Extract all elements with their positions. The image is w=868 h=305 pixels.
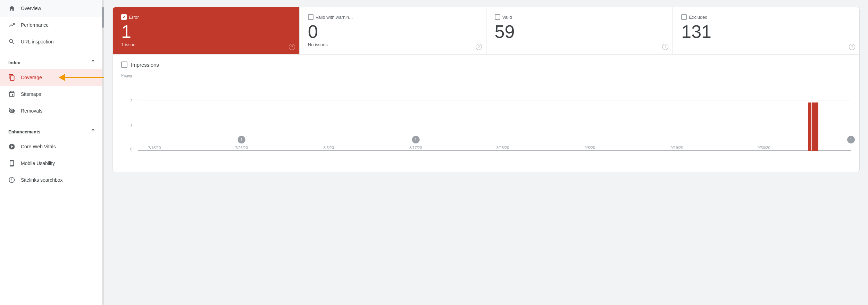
error-card-subtext: 1 issue — [121, 42, 291, 47]
error-help-icon[interactable]: ? — [289, 44, 295, 50]
data-dot-726: 1 — [238, 136, 245, 143]
excluded-checkbox[interactable] — [681, 14, 687, 20]
excluded-card-header: Excluded — [681, 14, 851, 20]
search-icon — [8, 38, 15, 45]
sidebar-item-sitelinks-searchbox[interactable]: Sitelinks searchbox — [0, 172, 104, 188]
sidebar-label-core-web-vitals: Core Web Vitals — [21, 144, 56, 149]
sidebar-divider-2 — [0, 122, 104, 122]
arrow-head — [59, 74, 65, 81]
chevron-up-icon: ⌃ — [90, 59, 95, 66]
main-content: ✓ Error 1 1 issue ? Valid with warnin...… — [104, 0, 868, 305]
sidebar-label-removals: Removals — [21, 108, 42, 114]
error-card-label: Error — [129, 15, 139, 20]
home-icon — [8, 5, 15, 12]
scrollbar-thumb[interactable] — [102, 7, 104, 28]
excluded-checkbox-wrapper: Excluded — [681, 14, 707, 20]
error-card-header: ✓ Error — [121, 14, 291, 20]
x-label-828: 8/28/20 — [496, 146, 509, 150]
index-section-label: Index — [8, 60, 20, 65]
valid-help-icon[interactable]: ? — [662, 44, 668, 50]
sidebar-item-sitemaps[interactable]: Sitemaps — [0, 86, 104, 102]
valid-warning-card-value: 0 — [308, 23, 478, 41]
sidebar-label-performance: Performance — [21, 22, 49, 28]
x-label-919: 9/19/20 — [670, 146, 683, 150]
scrollbar-track[interactable] — [102, 0, 104, 305]
x-label-98: 9/8/20 — [584, 146, 595, 150]
arrow-annotation — [59, 74, 104, 81]
valid-warning-checkbox[interactable] — [308, 14, 314, 20]
chevron-up-icon-2: ⌃ — [90, 128, 95, 135]
sidebar-label-coverage: Coverage — [21, 75, 42, 80]
chart-header: Impressions — [121, 61, 851, 68]
valid-warning-help-icon[interactable]: ? — [476, 44, 482, 50]
error-card-value: 1 — [121, 23, 291, 41]
enhancements-section-label: Enhancements — [8, 129, 40, 134]
x-label-817: 1 8/17/20 — [409, 146, 422, 150]
chart-plot: 7/15/20 1 7/26/20 8/6/20 1 8/17/20 8 — [138, 75, 851, 151]
smartphone-icon — [8, 160, 15, 167]
valid-card-header: Valid — [495, 14, 665, 20]
sidebar-label-sitemaps: Sitemaps — [21, 91, 41, 97]
error-checkbox[interactable]: ✓ — [121, 14, 127, 20]
sidebar-item-coverage[interactable]: Coverage — [0, 69, 104, 86]
status-card-excluded[interactable]: Excluded 131 ? — [673, 7, 859, 54]
sidebar-label-overview: Overview — [21, 6, 41, 11]
excluded-card-value: 131 — [681, 23, 851, 41]
status-cards: ✓ Error 1 1 issue ? Valid with warnin...… — [112, 7, 860, 55]
arrow-line — [65, 77, 104, 78]
x-label-726: 1 7/26/20 — [235, 146, 248, 150]
sidebar: Overview Performance URL inspection Inde… — [0, 0, 104, 305]
sidebar-item-overview[interactable]: Overview — [0, 0, 104, 17]
sidebar-label-mobile-usability: Mobile Usability — [21, 160, 55, 166]
status-card-valid-warning[interactable]: Valid with warnin... 0 No issues ? — [300, 7, 486, 54]
chart-title: Impressions — [131, 62, 159, 68]
trending-up-icon — [8, 22, 15, 28]
removals-icon — [8, 107, 15, 114]
valid-card-label: Valid — [502, 15, 512, 20]
sidebar-section-enhancements[interactable]: Enhancements ⌃ — [0, 125, 104, 138]
chart-y-label-1: 1 — [130, 123, 132, 127]
sidebar-item-url-inspection[interactable]: URL inspection — [0, 33, 104, 50]
chart-section: Impressions Pages 3 2 1 0 — [112, 55, 860, 172]
error-checkbox-wrapper: ✓ Error — [121, 14, 139, 20]
sidebar-item-mobile-usability[interactable]: Mobile Usability — [0, 155, 104, 172]
check-mark: ✓ — [123, 15, 126, 19]
valid-checkbox-wrapper: Valid — [495, 14, 512, 20]
data-dot-end: 1 — [847, 136, 855, 143]
valid-warning-checkbox-wrapper: Valid with warnin... — [308, 14, 353, 20]
valid-checkbox[interactable] — [495, 14, 500, 20]
sidebar-label-url-inspection: URL inspection — [21, 39, 53, 44]
sidebar-section-index[interactable]: Index ⌃ — [0, 56, 104, 69]
sitelinks-icon — [8, 176, 15, 183]
sidebar-item-removals[interactable]: Removals — [0, 102, 104, 119]
status-card-valid[interactable]: Valid 59 ? — [486, 7, 673, 54]
excluded-help-icon[interactable]: ? — [849, 44, 855, 50]
gauge-icon — [8, 143, 15, 150]
valid-card-value: 59 — [495, 23, 665, 41]
chart-container: Pages 3 2 1 0 — [121, 75, 851, 165]
impressions-checkbox[interactable] — [121, 61, 127, 68]
x-label-930: 9/30/20 — [758, 146, 770, 150]
excluded-card-label: Excluded — [689, 15, 707, 20]
sidebar-label-sitelinks-searchbox: Sitelinks searchbox — [21, 177, 63, 183]
data-dot-817: 1 — [412, 136, 419, 143]
chart-y-axis-title: Pages — [121, 73, 132, 77]
valid-warning-card-subtext: No issues — [308, 42, 478, 47]
sidebar-divider-1 — [0, 53, 104, 53]
valid-warning-card-header: Valid with warnin... — [308, 14, 478, 20]
status-card-error[interactable]: ✓ Error 1 1 issue ? — [113, 7, 300, 54]
valid-warning-card-label: Valid with warnin... — [316, 15, 353, 20]
sidebar-item-core-web-vitals[interactable]: Core Web Vitals — [0, 138, 104, 155]
chart-x-labels: 7/15/20 1 7/26/20 8/6/20 1 8/17/20 8 — [155, 137, 851, 151]
chart-y-label-0: 0 — [130, 147, 132, 151]
x-label-715: 7/15/20 — [148, 146, 161, 150]
sitemap-icon — [8, 91, 15, 98]
sidebar-item-performance[interactable]: Performance — [0, 17, 104, 33]
chart-y-axis: Pages 3 2 1 0 — [121, 75, 135, 151]
chart-y-label-2: 2 — [130, 99, 132, 103]
file-copy-icon — [8, 74, 15, 81]
x-label-86: 8/6/20 — [323, 146, 334, 150]
